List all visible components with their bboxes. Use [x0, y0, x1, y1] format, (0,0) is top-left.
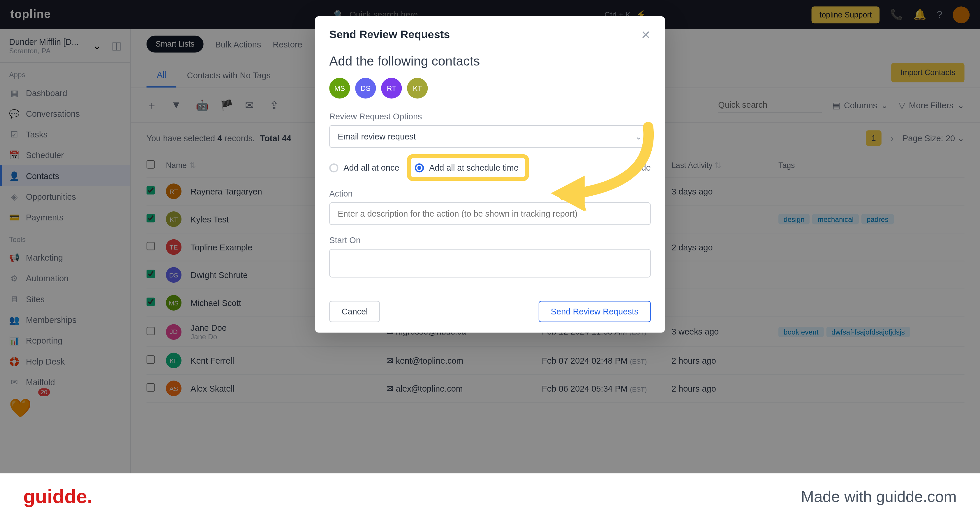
contact-avatar: RT [381, 78, 402, 98]
modal-title: Send Review Requests [329, 29, 450, 42]
start-on-input[interactable] [329, 249, 651, 277]
radio-add-all-at-once[interactable]: Add all at once [329, 163, 399, 172]
radio-add-at-schedule-time[interactable]: Add all at schedule time [415, 163, 519, 172]
modal-subtitle: Add the following contacts [329, 54, 651, 69]
action-description-input[interactable] [329, 202, 651, 225]
radio-selected-icon [415, 163, 424, 172]
cancel-button[interactable]: Cancel [329, 301, 380, 322]
start-on-label: Start On [329, 235, 651, 245]
contact-avatar: MS [329, 78, 350, 98]
highlighted-option: Add all at schedule time [411, 158, 525, 177]
select-value: Email review request [338, 132, 416, 141]
options-label: Review Request Options [329, 111, 651, 121]
radio-unselected-icon [329, 163, 338, 172]
action-label: Action [329, 189, 651, 198]
review-options-select[interactable]: Email review request ⌄ [329, 125, 651, 148]
contact-avatar: KT [407, 78, 428, 98]
selected-contacts-avatars: MSDSRTKT [329, 78, 651, 98]
send-review-requests-button[interactable]: Send Review Requests [539, 301, 651, 322]
guidde-footer: guidde. Made with guidde.com [0, 473, 980, 520]
guidde-logo: guidde. [23, 486, 92, 508]
drip-mode-partial: ode [636, 163, 651, 172]
made-with-text: Made with guidde.com [801, 488, 957, 506]
send-review-requests-modal: Send Review Requests ✕ Add the following… [315, 16, 665, 333]
chevron-down-icon: ⌄ [635, 132, 642, 141]
close-icon[interactable]: ✕ [641, 28, 651, 42]
contact-avatar: DS [355, 78, 376, 98]
